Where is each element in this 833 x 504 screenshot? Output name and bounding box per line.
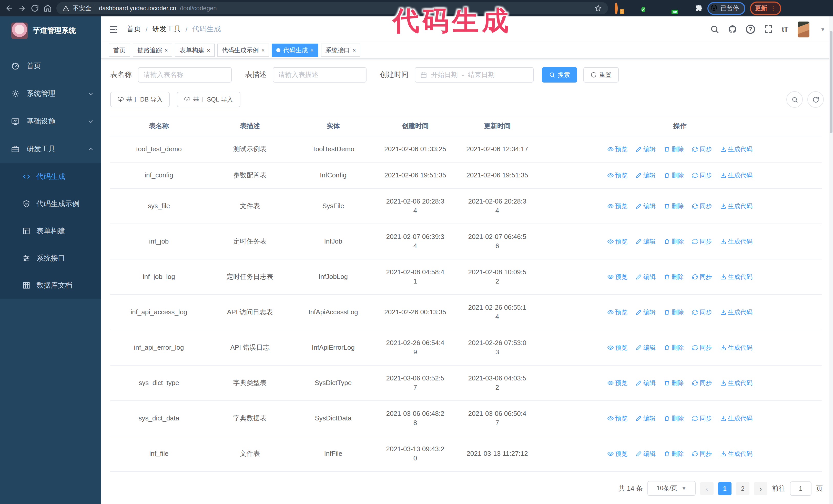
- date-range-input[interactable]: 开始日期 - 结束日期: [415, 67, 533, 82]
- action-eye[interactable]: 预览: [608, 201, 627, 211]
- goto-page-input[interactable]: 1: [790, 481, 811, 496]
- action-eye[interactable]: 预览: [608, 171, 627, 180]
- close-tab-icon[interactable]: ×: [353, 47, 356, 53]
- action-eye[interactable]: 预览: [608, 145, 627, 154]
- action-sync[interactable]: 同步: [692, 343, 712, 352]
- tab-系统接口[interactable]: 系统接口×: [321, 44, 361, 57]
- close-tab-icon[interactable]: ×: [261, 47, 265, 53]
- ext-frog-icon[interactable]: [681, 4, 689, 12]
- tab-首页[interactable]: 首页: [109, 44, 130, 57]
- action-edit[interactable]: 编辑: [636, 145, 656, 154]
- action-sync[interactable]: 同步: [692, 237, 712, 246]
- close-tab-icon[interactable]: ×: [165, 47, 168, 53]
- action-delete[interactable]: 删除: [664, 237, 684, 246]
- action-generate[interactable]: 生成代码: [720, 201, 753, 211]
- action-delete[interactable]: 删除: [664, 272, 684, 282]
- action-delete[interactable]: 删除: [664, 343, 684, 352]
- action-edit[interactable]: 编辑: [636, 308, 656, 317]
- action-sync[interactable]: 同步: [692, 171, 712, 180]
- action-delete[interactable]: 删除: [664, 145, 684, 154]
- action-generate[interactable]: 生成代码: [720, 145, 753, 154]
- action-generate[interactable]: 生成代码: [720, 237, 753, 246]
- action-delete[interactable]: 删除: [664, 378, 684, 388]
- action-eye[interactable]: 预览: [608, 378, 627, 388]
- action-generate[interactable]: 生成代码: [720, 343, 753, 352]
- ext-check-icon[interactable]: ✓: [641, 4, 649, 12]
- page-size-select[interactable]: 10条/页▼: [647, 481, 696, 496]
- tab-链路追踪[interactable]: 链路追踪×: [133, 44, 172, 57]
- browser-menu-icon[interactable]: ⋮: [770, 6, 776, 11]
- action-eye[interactable]: 预览: [608, 237, 627, 246]
- reload-icon[interactable]: [31, 4, 39, 12]
- page-button-2[interactable]: 2: [736, 482, 749, 495]
- action-sync[interactable]: 同步: [692, 145, 712, 154]
- forward-icon[interactable]: [18, 4, 26, 12]
- import-sql-button[interactable]: 基于 SQL 导入: [177, 92, 240, 107]
- close-tab-icon[interactable]: ×: [310, 47, 314, 53]
- hamburger-icon[interactable]: [109, 24, 118, 34]
- action-generate[interactable]: 生成代码: [720, 378, 753, 388]
- action-eye[interactable]: 预览: [608, 414, 627, 423]
- logo-row[interactable]: 芋道管理系统: [0, 17, 101, 45]
- bookmark-star-icon[interactable]: [595, 5, 602, 12]
- ext-gem-icon[interactable]: [628, 4, 636, 12]
- reset-button[interactable]: 重置: [584, 67, 619, 82]
- action-edit[interactable]: 编辑: [636, 378, 656, 388]
- search-button[interactable]: 搜索: [542, 67, 577, 82]
- prev-page-button[interactable]: ‹: [700, 482, 714, 495]
- action-generate[interactable]: 生成代码: [720, 308, 753, 317]
- ext-puzzle-icon[interactable]: [695, 4, 703, 12]
- sidebar-item-gear[interactable]: 系统管理: [0, 80, 101, 108]
- breadcrumb-item[interactable]: 首页: [127, 25, 141, 34]
- back-icon[interactable]: [5, 4, 13, 12]
- action-sync[interactable]: 同步: [692, 414, 712, 423]
- chevron-down-icon[interactable]: ▼: [820, 26, 825, 32]
- action-sync[interactable]: 同步: [692, 201, 712, 211]
- fullscreen-icon[interactable]: [764, 25, 773, 34]
- submenu-item-sliders[interactable]: 系统接口: [0, 245, 101, 272]
- action-delete[interactable]: 删除: [664, 171, 684, 180]
- tab-代码生成示例[interactable]: 代码生成示例×: [217, 44, 269, 57]
- action-edit[interactable]: 编辑: [636, 171, 656, 180]
- page-button-1[interactable]: 1: [718, 482, 732, 495]
- action-sync[interactable]: 同步: [692, 378, 712, 388]
- action-delete[interactable]: 删除: [664, 308, 684, 317]
- help-icon[interactable]: ?: [746, 25, 755, 34]
- scrollbar-thumb[interactable]: [830, 31, 832, 133]
- table-desc-input[interactable]: 请输入表描述: [273, 67, 366, 82]
- action-edit[interactable]: 编辑: [636, 237, 656, 246]
- action-eye[interactable]: 预览: [608, 343, 627, 352]
- action-generate[interactable]: 生成代码: [720, 414, 753, 423]
- breadcrumb-item[interactable]: 研发工具: [152, 25, 181, 34]
- submenu-item-code[interactable]: 代码生成: [0, 163, 101, 190]
- action-delete[interactable]: 删除: [664, 414, 684, 423]
- action-generate[interactable]: 生成代码: [720, 449, 753, 458]
- action-eye[interactable]: 预览: [608, 449, 627, 458]
- ext-colorzilla-icon[interactable]: 1: [615, 4, 623, 12]
- search-icon[interactable]: [710, 25, 719, 34]
- close-tab-icon[interactable]: ×: [207, 47, 210, 53]
- text-size-icon[interactable]: tT: [782, 25, 788, 34]
- action-edit[interactable]: 编辑: [636, 201, 656, 211]
- sidebar-item-monitor[interactable]: 基础设施: [0, 108, 101, 135]
- action-edit[interactable]: 编辑: [636, 343, 656, 352]
- refresh-table-button[interactable]: [807, 91, 824, 108]
- home-icon[interactable]: [44, 4, 52, 12]
- submenu-item-form[interactable]: 表单构建: [0, 217, 101, 245]
- submenu-item-shield-check[interactable]: 代码生成示例: [0, 190, 101, 217]
- paused-badge[interactable]: 😲 已暂停: [708, 2, 745, 15]
- import-db-button[interactable]: 基于 DB 导入: [110, 92, 170, 107]
- action-edit[interactable]: 编辑: [636, 272, 656, 282]
- action-eye[interactable]: 预览: [608, 272, 627, 282]
- scrollbar[interactable]: [829, 17, 833, 504]
- action-sync[interactable]: 同步: [692, 272, 712, 282]
- toggle-search-button[interactable]: [786, 91, 803, 108]
- submenu-item-columns[interactable]: 数据库文档: [0, 272, 101, 299]
- action-sync[interactable]: 同步: [692, 308, 712, 317]
- action-eye[interactable]: 预览: [608, 308, 627, 317]
- address-bar[interactable]: 不安全 dashboard.yudao.iocoder.cn /tool/cod…: [56, 2, 608, 14]
- avatar[interactable]: [798, 21, 809, 37]
- github-icon[interactable]: [728, 25, 737, 34]
- action-edit[interactable]: 编辑: [636, 414, 656, 423]
- action-generate[interactable]: 生成代码: [720, 171, 753, 180]
